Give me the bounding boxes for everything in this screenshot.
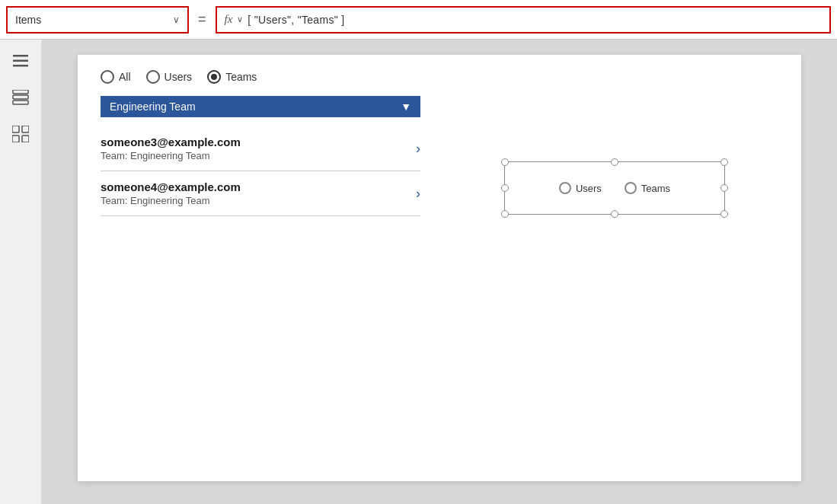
sidebar [0, 40, 42, 504]
selection-widget[interactable]: Users Teams [504, 161, 725, 215]
formula-value: [ "Users", "Teams" ] [248, 14, 344, 26]
radio-group: All Users Teams [78, 55, 801, 93]
formula-bar[interactable]: fx ∨ [ "Users", "Teams" ] [216, 6, 831, 33]
svg-rect-1 [13, 60, 28, 62]
handle-top-left[interactable] [501, 158, 509, 166]
list-item-2[interactable]: someone4@example.com Team: Engineering T… [101, 171, 420, 216]
handle-top-middle[interactable] [611, 158, 618, 166]
resize-handles [505, 162, 724, 214]
app-canvas: All Users Teams Engineering Team ▼ [78, 55, 801, 481]
radio-teams-label: Teams [225, 71, 257, 83]
team-dropdown-label: Engineering Team [110, 100, 196, 113]
fx-chevron-icon: ∨ [237, 14, 243, 24]
components-icon[interactable] [11, 125, 30, 143]
svg-rect-0 [13, 55, 28, 57]
list-item-content-1: someone3@example.com Team: Engineering T… [101, 136, 241, 161]
svg-rect-6 [12, 126, 19, 132]
widget-radio-teams-label: Teams [641, 183, 670, 194]
widget-radio-users[interactable]: Users [559, 182, 602, 194]
radio-users[interactable]: Users [146, 70, 193, 84]
radio-teams[interactable]: Teams [207, 70, 257, 84]
handle-middle-left[interactable] [501, 184, 509, 192]
list-item-team-1: Team: Engineering Team [101, 150, 241, 161]
layers-icon[interactable] [11, 88, 30, 107]
list-item-chevron-icon-2: › [416, 186, 420, 202]
list-container: someone3@example.com Team: Engineering T… [101, 126, 420, 216]
list-item-content-2: someone4@example.com Team: Engineering T… [101, 180, 241, 206]
widget-radio-users-label: Users [576, 183, 602, 194]
equals-sign: = [195, 11, 209, 27]
team-dropdown[interactable]: Engineering Team ▼ [101, 96, 420, 117]
radio-users-label: Users [165, 71, 193, 83]
widget-radio-users-circle [559, 182, 571, 194]
widget-radio-teams[interactable]: Teams [625, 182, 670, 194]
list-item-chevron-icon-1: › [416, 141, 420, 157]
hamburger-menu-icon[interactable] [11, 52, 30, 70]
list-item-email-1: someone3@example.com [101, 136, 241, 148]
handle-top-right[interactable] [720, 158, 728, 166]
svg-rect-8 [12, 136, 19, 142]
radio-all-circle [101, 70, 114, 84]
fx-icon: fx [225, 13, 233, 26]
team-dropdown-chevron-icon: ▼ [401, 100, 411, 113]
handle-bottom-middle[interactable] [611, 210, 618, 218]
radio-teams-circle [207, 70, 221, 84]
handle-bottom-left[interactable] [501, 210, 509, 218]
svg-rect-7 [22, 126, 29, 132]
main-area: All Users Teams Engineering Team ▼ [0, 40, 837, 504]
dropdown-chevron-icon: ∨ [173, 14, 180, 25]
svg-rect-2 [13, 65, 28, 67]
handle-bottom-right[interactable] [720, 210, 728, 218]
items-dropdown[interactable]: Items ∨ [6, 6, 189, 33]
radio-all[interactable]: All [101, 70, 131, 84]
svg-rect-5 [13, 100, 28, 104]
handle-middle-right[interactable] [720, 184, 728, 192]
svg-rect-9 [22, 136, 29, 142]
radio-users-circle [146, 70, 160, 84]
svg-rect-4 [13, 95, 28, 99]
radio-all-label: All [119, 71, 131, 83]
list-item-team-2: Team: Engineering Team [101, 195, 241, 206]
items-dropdown-label: Items [15, 14, 41, 26]
svg-rect-3 [13, 90, 28, 94]
toolbar: Items ∨ = fx ∨ [ "Users", "Teams" ] [0, 0, 837, 40]
canvas-area: All Users Teams Engineering Team ▼ [42, 40, 837, 504]
list-item[interactable]: someone3@example.com Team: Engineering T… [101, 126, 420, 171]
widget-radio-teams-circle [625, 182, 637, 194]
list-item-email-2: someone4@example.com [101, 180, 241, 193]
